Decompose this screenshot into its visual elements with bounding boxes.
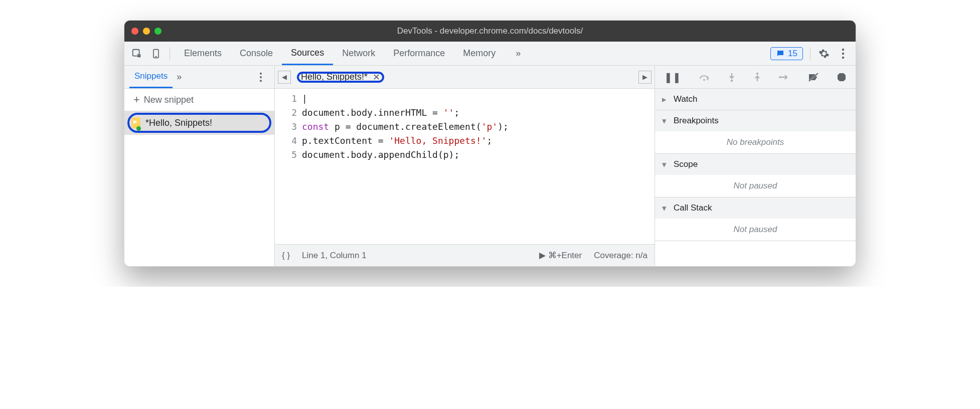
- section-body: No breakpoints: [655, 131, 856, 153]
- section-body: Not paused: [655, 219, 856, 241]
- file-tab-label: Hello, Snippets!*: [301, 72, 368, 82]
- issues-button[interactable]: 15: [770, 47, 803, 60]
- content: Snippets » + New snippet *Hello, Snippet…: [124, 66, 856, 266]
- format-code-icon[interactable]: { }: [282, 251, 290, 261]
- coverage-status: Coverage: n/a: [594, 251, 647, 261]
- svg-point-11: [756, 72, 758, 74]
- debug-section-scope: ScopeNot paused: [655, 154, 856, 197]
- minimize-window-button[interactable]: [143, 28, 150, 35]
- svg-point-3: [842, 48, 844, 50]
- section-header[interactable]: Call Stack: [655, 197, 856, 219]
- step-over-icon[interactable]: [699, 73, 710, 82]
- navigator-tab-snippets[interactable]: Snippets: [129, 66, 173, 88]
- file-tab-bar: ◀ Hello, Snippets!* ✕ ▶: [275, 66, 655, 89]
- debug-section-call-stack: Call StackNot paused: [655, 197, 856, 241]
- svg-point-4: [842, 52, 844, 54]
- line-gutter: 12345: [275, 92, 302, 241]
- disclosure-triangle-icon[interactable]: [662, 159, 670, 170]
- debugger-toolbar: ❚❚: [655, 66, 856, 89]
- editor-pane: ◀ Hello, Snippets!* ✕ ▶ 12345 |document.…: [275, 66, 655, 266]
- section-body: Not paused: [655, 175, 856, 197]
- issues-count: 15: [788, 49, 797, 59]
- run-snippet-button[interactable]: ▶ ⌘+Enter: [539, 250, 582, 261]
- device-toggle-icon[interactable]: [147, 45, 165, 62]
- snippet-list: + New snippet *Hello, Snippets!: [124, 89, 274, 266]
- panel-tab-sources[interactable]: Sources: [282, 42, 333, 65]
- pause-icon[interactable]: ❚❚: [664, 71, 681, 83]
- inspect-element-icon[interactable]: [128, 45, 145, 62]
- modified-indicator-icon: [136, 126, 141, 131]
- section-label: Watch: [674, 94, 698, 104]
- debugger-pane: ❚❚ WatchBreak: [655, 66, 856, 266]
- section-header[interactable]: Watch: [655, 89, 856, 110]
- toolbar-divider: [810, 47, 810, 60]
- code-area[interactable]: |document.body.innerHTML = '';const p = …: [302, 92, 655, 241]
- svg-point-5: [842, 56, 844, 58]
- tab-scroll-right-icon[interactable]: ▶: [638, 71, 651, 84]
- close-window-button[interactable]: [131, 28, 138, 35]
- disclosure-triangle-icon[interactable]: [662, 203, 670, 214]
- section-header[interactable]: Scope: [655, 154, 856, 175]
- close-tab-icon[interactable]: ✕: [373, 72, 380, 83]
- file-tab[interactable]: Hello, Snippets!* ✕: [294, 70, 387, 85]
- panel-tab-elements[interactable]: Elements: [175, 42, 231, 65]
- svg-point-12: [779, 76, 781, 78]
- panel-overflow[interactable]: »: [507, 48, 530, 59]
- svg-point-9: [703, 79, 705, 81]
- code-editor[interactable]: 12345 |document.body.innerHTML = '';cons…: [275, 89, 655, 244]
- main-toolbar: ElementsConsoleSourcesNetworkPerformance…: [124, 42, 856, 66]
- disclosure-triangle-icon[interactable]: [662, 94, 670, 105]
- debug-section-breakpoints: BreakpointsNo breakpoints: [655, 110, 856, 154]
- step-out-icon[interactable]: [753, 72, 761, 82]
- new-snippet-button[interactable]: + New snippet: [124, 89, 274, 111]
- step-into-icon[interactable]: [728, 72, 736, 82]
- navigator-overflow[interactable]: »: [177, 72, 182, 82]
- snippet-item[interactable]: *Hello, Snippets!: [124, 111, 274, 135]
- settings-icon[interactable]: [815, 45, 833, 62]
- debug-section-watch: Watch: [655, 89, 856, 110]
- navigator-menu-icon[interactable]: [252, 69, 269, 86]
- pause-on-exceptions-icon[interactable]: [837, 72, 847, 82]
- devtools-window: DevTools - developer.chrome.com/docs/dev…: [124, 20, 856, 267]
- panel-tab-performance[interactable]: Performance: [384, 42, 454, 65]
- zoom-window-button[interactable]: [154, 28, 161, 35]
- panel-tab-network[interactable]: Network: [333, 42, 384, 65]
- new-snippet-label: New snippet: [144, 95, 194, 105]
- plus-icon: +: [133, 93, 140, 106]
- svg-point-10: [730, 79, 732, 81]
- window-title: DevTools - developer.chrome.com/docs/dev…: [124, 26, 856, 36]
- svg-point-7: [260, 76, 262, 78]
- cursor-position: Line 1, Column 1: [302, 251, 367, 261]
- navigator-pane: Snippets » + New snippet *Hello, Snippet…: [124, 66, 275, 266]
- editor-statusbar: { } Line 1, Column 1 ▶ ⌘+Enter Coverage:…: [275, 244, 655, 266]
- toolbar-divider: [170, 47, 170, 60]
- tab-scroll-left-icon[interactable]: ◀: [278, 71, 291, 84]
- step-icon[interactable]: [779, 74, 790, 81]
- navigator-head: Snippets »: [124, 66, 274, 89]
- section-label: Call Stack: [674, 203, 712, 213]
- svg-point-8: [260, 80, 262, 82]
- panel-tab-console[interactable]: Console: [231, 42, 282, 65]
- titlebar: DevTools - developer.chrome.com/docs/dev…: [124, 21, 856, 42]
- svg-point-6: [260, 72, 262, 74]
- deactivate-breakpoints-icon[interactable]: [808, 72, 819, 82]
- snippet-item-label: *Hello, Snippets!: [145, 118, 212, 128]
- panel-tab-memory[interactable]: Memory: [454, 42, 505, 65]
- panel-tabs: ElementsConsoleSourcesNetworkPerformance…: [175, 42, 505, 65]
- section-label: Breakpoints: [674, 116, 719, 126]
- disclosure-triangle-icon[interactable]: [662, 116, 670, 126]
- traffic-lights: [131, 28, 161, 35]
- section-label: Scope: [674, 159, 698, 169]
- kebab-menu-icon[interactable]: [835, 45, 852, 62]
- section-header[interactable]: Breakpoints: [655, 110, 856, 131]
